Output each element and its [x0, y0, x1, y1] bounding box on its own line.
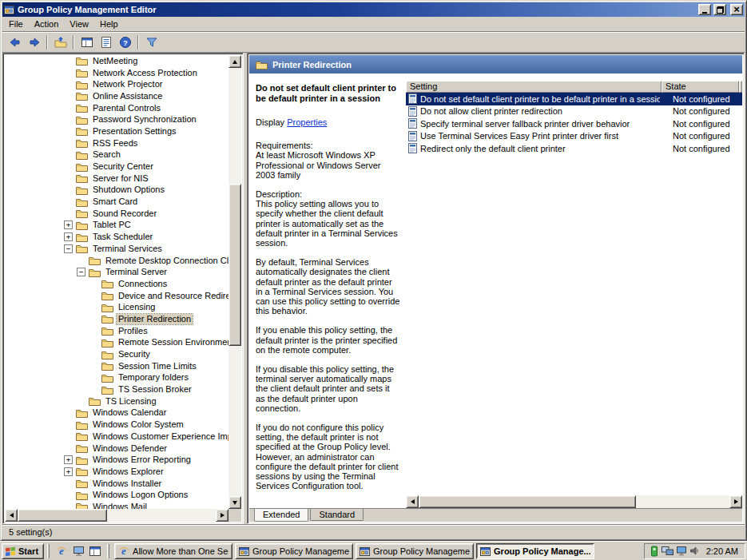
list-hscroll-thumb[interactable]: [419, 495, 636, 508]
tree-item[interactable]: Windows Customer Experience Improvement: [5, 431, 228, 443]
close-button[interactable]: ×: [730, 4, 743, 15]
settings-row[interactable]: Redirect only the default client printer…: [406, 142, 742, 155]
tree-vertical-scrollbar[interactable]: [228, 55, 241, 509]
tree-item[interactable]: Windows Defender: [5, 443, 228, 455]
tree-item[interactable]: +Windows Explorer: [5, 466, 228, 478]
tree-horizontal-scrollbar[interactable]: [5, 509, 228, 522]
taskbar-button[interactable]: Group Policy Manage...: [476, 543, 594, 559]
folder-icon: [76, 479, 88, 488]
tree-item[interactable]: Security: [5, 348, 228, 360]
display-icon[interactable]: [676, 546, 687, 556]
tree-item[interactable]: +Tablet PC: [5, 220, 228, 232]
launch-desktop-icon[interactable]: [71, 544, 85, 558]
settings-row[interactable]: Do not allow client printer redirectionN…: [406, 105, 742, 118]
expander-icon[interactable]: +: [64, 220, 73, 229]
tree-item[interactable]: Remote Desktop Connection Client: [5, 255, 228, 267]
filter-button[interactable]: [142, 34, 161, 51]
show-console-tree-button[interactable]: [77, 34, 96, 51]
menu-action[interactable]: Action: [29, 18, 65, 30]
tree-item[interactable]: Windows Calendar: [5, 407, 228, 419]
back-button[interactable]: [6, 34, 24, 51]
list-horizontal-scrollbar[interactable]: [406, 495, 742, 508]
scroll-right-button[interactable]: [729, 495, 742, 508]
tree-item[interactable]: Network Projector: [5, 78, 228, 90]
tree-vscroll-thumb[interactable]: [228, 184, 241, 347]
tree-item[interactable]: TS Session Broker: [5, 383, 228, 395]
scroll-right-button[interactable]: [216, 509, 228, 522]
tree-item[interactable]: +Windows Error Reporting: [5, 454, 228, 466]
tree-item[interactable]: Remote Session Environment: [5, 337, 228, 349]
list-hscroll-track[interactable]: [419, 495, 729, 508]
settings-row[interactable]: Specify terminal server fallback printer…: [406, 117, 742, 130]
tree-item[interactable]: Windows Mail: [5, 501, 228, 509]
scroll-left-button[interactable]: [406, 495, 419, 508]
safely-remove-hardware-icon[interactable]: [650, 546, 659, 557]
properties-link[interactable]: Properties: [287, 117, 327, 127]
tree-item[interactable]: Licensing: [5, 301, 228, 313]
tree-item[interactable]: −Terminal Services: [5, 243, 228, 255]
menu-help[interactable]: Help: [94, 18, 124, 30]
tree-item[interactable]: Windows Installer: [5, 478, 228, 490]
tree-item[interactable]: Search: [5, 149, 228, 161]
tree-item[interactable]: Sound Recorder: [5, 208, 228, 220]
tree-item[interactable]: Smart Card: [5, 196, 228, 208]
expander-icon[interactable]: −: [77, 268, 85, 276]
network-icon[interactable]: [662, 546, 673, 556]
tree-item[interactable]: Network Access Protection: [5, 67, 228, 79]
tree-item[interactable]: TS Licensing: [5, 395, 228, 407]
policy-setting-icon: [408, 93, 417, 104]
launch-browser-icon[interactable]: e: [54, 544, 69, 558]
tree-item[interactable]: Online Assistance: [5, 90, 228, 102]
export-list-button[interactable]: [97, 34, 115, 51]
expander-icon[interactable]: +: [64, 232, 73, 241]
scroll-up-button[interactable]: [228, 55, 241, 68]
menu-view[interactable]: View: [64, 18, 94, 30]
taskbar-button[interactable]: Group Policy Managemen...: [356, 543, 474, 559]
tree-item[interactable]: Server for NIS: [5, 173, 228, 185]
taskbar-clock[interactable]: 2:20 AM: [703, 546, 738, 556]
tree-hscroll-thumb[interactable]: [18, 509, 107, 522]
taskbar-button[interactable]: Group Policy Management: [235, 543, 353, 559]
tree-item[interactable]: Shutdown Options: [5, 185, 228, 197]
tree-hscroll-track[interactable]: [18, 509, 216, 522]
tree-item-label: NetMeeting: [91, 56, 139, 66]
settings-row[interactable]: Use Terminal Services Easy Print printer…: [406, 130, 742, 143]
tree-item[interactable]: Profiles: [5, 325, 228, 337]
minimize-button[interactable]: [698, 4, 711, 15]
tree-item[interactable]: Password Synchronization: [5, 113, 228, 125]
tree-item[interactable]: Parental Controls: [5, 102, 228, 114]
taskbar-button[interactable]: eAllow More than One Ses...: [114, 543, 232, 559]
scroll-left-button[interactable]: [5, 509, 18, 522]
help-button[interactable]: ?: [116, 34, 134, 51]
column-header-state[interactable]: State: [662, 81, 739, 93]
tree-item[interactable]: Security Center: [5, 161, 228, 173]
tree-vscroll-track[interactable]: [228, 68, 241, 496]
restore-button[interactable]: [713, 4, 726, 15]
tree-item[interactable]: Session Time Limits: [5, 360, 228, 372]
settings-row[interactable]: Do not set default client printer to be …: [406, 93, 742, 105]
expander-icon[interactable]: −: [64, 244, 73, 253]
tree-item[interactable]: Temporary folders: [5, 372, 228, 384]
expander-icon[interactable]: +: [64, 467, 73, 476]
tree-item[interactable]: Connections: [5, 278, 228, 290]
menu-file[interactable]: File: [3, 18, 29, 30]
tree-item[interactable]: Windows Logon Options: [5, 489, 228, 501]
tree-item[interactable]: +Task Scheduler: [5, 231, 228, 243]
tab-extended[interactable]: Extended: [254, 509, 308, 522]
column-header-setting[interactable]: Setting: [406, 81, 662, 93]
tab-standard[interactable]: Standard: [310, 509, 364, 521]
expander-icon[interactable]: +: [64, 455, 73, 464]
tree-item[interactable]: NetMeeting: [5, 55, 228, 67]
tree-item[interactable]: Device and Resource Redirection: [5, 290, 228, 302]
start-button[interactable]: Start: [2, 543, 44, 559]
tree-item[interactable]: Presentation Settings: [5, 125, 228, 137]
tree-item[interactable]: RSS Feeds: [5, 137, 228, 149]
launch-window-icon[interactable]: [88, 544, 102, 558]
up-one-level-button[interactable]: [51, 34, 70, 51]
volume-icon[interactable]: [689, 546, 700, 556]
scroll-down-button[interactable]: [228, 496, 241, 509]
tree-item[interactable]: Windows Color System: [5, 419, 228, 431]
tree-item[interactable]: −Terminal Server: [5, 266, 228, 278]
tree-item[interactable]: Printer Redirection: [5, 313, 228, 325]
forward-button[interactable]: [25, 34, 43, 51]
